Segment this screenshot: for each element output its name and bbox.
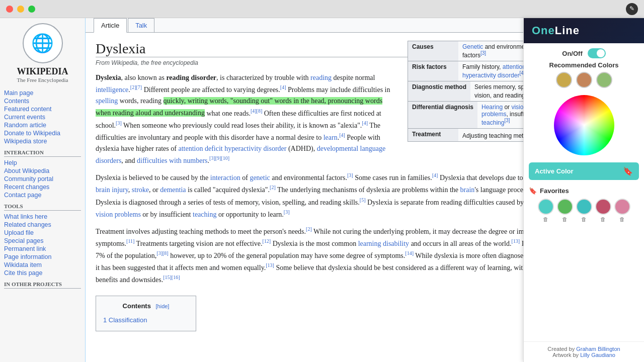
fav-delete-1[interactable]: 🗑 (543, 216, 548, 222)
ref-15-16[interactable]: [15][16] (163, 275, 180, 280)
interaction-heading: Interaction (4, 149, 81, 157)
tab-talk[interactable]: Talk (128, 18, 154, 32)
sidebar-item-about[interactable]: About Wikipedia (4, 167, 81, 175)
fav-item-4: 🗑 (595, 199, 611, 222)
ref-4a[interactable]: [4] (280, 84, 286, 90)
ref-5a[interactable]: [5] (360, 197, 366, 203)
ref-3-9-10[interactable]: [3][9][10] (209, 155, 229, 161)
sidebar-item-help[interactable]: Help (4, 159, 81, 167)
dyscalculia-link[interactable]: difficulties with numbers (137, 157, 208, 164)
genetic-link[interactable]: genetic (250, 174, 270, 182)
sidebar-item-donate[interactable]: Donate to Wikipedia (4, 129, 81, 137)
stroke-link[interactable]: stroke (132, 186, 149, 194)
intelligence-link[interactable]: intelligence (96, 86, 128, 94)
ref-2a[interactable]: [2] (270, 185, 276, 190)
fav-delete-5[interactable]: 🗑 (619, 216, 625, 222)
contents-classification[interactable]: Classification (109, 316, 147, 324)
teaching-link[interactable]: teaching (481, 119, 504, 126)
ref-3b[interactable]: [3] (347, 172, 353, 178)
sidebar-item-contact[interactable]: Contact page (4, 191, 81, 199)
maximize-button[interactable] (28, 6, 35, 13)
active-color-bar[interactable]: Active Color 🔖 (529, 162, 639, 180)
learn-link[interactable]: learn (324, 134, 338, 141)
fav-color-4[interactable] (595, 199, 611, 215)
contents-hide[interactable]: [hide] (156, 303, 170, 309)
sidebar-interaction-section: Interaction Help About Wikipedia Communi… (4, 149, 81, 199)
sidebar-item-community[interactable]: Community portal (4, 175, 81, 183)
dementia-link[interactable]: dementia (160, 186, 186, 194)
brain-link[interactable]: brain (460, 186, 475, 194)
sidebar-item-permanent[interactable]: Permanent link (4, 245, 81, 253)
sidebar-nav-section: Main page Contents Featured content Curr… (4, 89, 81, 145)
bookmark-icon[interactable]: 🔖 (623, 166, 633, 176)
sidebar-item-cite[interactable]: Cite this page (4, 269, 81, 277)
fav-delete-2[interactable]: 🗑 (562, 216, 568, 222)
learning-disability-link[interactable]: learning disability (358, 239, 409, 247)
artwork-name-link[interactable]: Lilly Gaudiano (580, 352, 615, 358)
teaching-link2[interactable]: teaching (193, 210, 216, 218)
ref-12[interactable]: [12] (263, 238, 271, 244)
ref-11[interactable]: [11] (126, 238, 134, 244)
swatch-3[interactable] (596, 72, 612, 88)
ref-4b[interactable]: [4] (362, 120, 368, 126)
fav-delete-4[interactable]: 🗑 (600, 216, 606, 222)
ref-3c[interactable]: [3] (284, 209, 290, 215)
article-para-2: Dyslexia is believed to be caused by the… (96, 171, 558, 220)
sidebar-item-featured[interactable]: Featured content (4, 105, 81, 113)
ref-4-8[interactable]: [4][8] (251, 108, 262, 114)
sidebar-item-current-events[interactable]: Current events (4, 113, 81, 121)
differential-ref[interactable]: [3] (504, 118, 510, 123)
sidebar-item-special[interactable]: Special pages (4, 237, 81, 245)
color-swatches (524, 72, 644, 88)
ref-3-8[interactable]: [3][8] (156, 250, 168, 256)
fav-item-5: 🗑 (614, 199, 630, 222)
creator-name-link[interactable]: Graham Billington (576, 346, 620, 352)
fav-delete-3[interactable]: 🗑 (581, 216, 587, 222)
minimize-button[interactable] (17, 6, 24, 13)
color-wheel[interactable] (554, 95, 614, 155)
sidebar-item-page-info[interactable]: Page information (4, 253, 81, 261)
toggle-label: On/Off (562, 50, 582, 57)
sidebar-item-related[interactable]: Related changes (4, 221, 81, 229)
wiki-subtitle: The Free Encyclopedia (4, 77, 81, 83)
interaction-link[interactable]: interaction (210, 174, 240, 182)
fav-color-1[interactable] (538, 199, 554, 215)
oneline-panel: OneLine On/Off Recommended Colors Active… (523, 18, 644, 362)
sidebar-item-main-page[interactable]: Main page (4, 89, 81, 97)
causes-genetic-link[interactable]: Genetic (462, 43, 483, 50)
sidebar-item-wikidata[interactable]: Wikidata item (4, 261, 81, 269)
ref-13a[interactable]: [13] (511, 238, 520, 244)
ref-14[interactable]: [14] (405, 250, 414, 256)
ref-4c[interactable]: [4] (339, 132, 345, 138)
tab-article[interactable]: Article (94, 18, 127, 33)
reading-link[interactable]: reading (310, 74, 332, 81)
swatch-1[interactable] (556, 72, 572, 88)
fav-item-3: 🗑 (576, 199, 592, 222)
spelling-link[interactable]: spelling (96, 97, 118, 105)
sidebar-item-store[interactable]: Wikipedia store (4, 137, 81, 145)
close-button[interactable] (6, 6, 13, 13)
toggle-switch[interactable] (588, 48, 606, 58)
ref-3a[interactable]: [3] (116, 120, 122, 126)
causes-ref[interactable]: [3] (480, 50, 486, 56)
favorites-label: Favorites (540, 187, 569, 195)
sidebar-item-contents[interactable]: Contents (4, 97, 81, 105)
sidebar-item-recent[interactable]: Recent changes (4, 183, 81, 191)
swatch-2[interactable] (576, 72, 592, 88)
ref-4d[interactable]: [4] (432, 172, 438, 178)
favorites-title: 🔖 Favorites (529, 187, 639, 195)
ref-2b[interactable]: [2] (306, 226, 312, 232)
sidebar-item-random[interactable]: Random article (4, 121, 81, 129)
ref-13b[interactable]: [13] (266, 262, 274, 268)
fav-color-2[interactable] (557, 199, 573, 215)
contents-item-1[interactable]: 1 Classification (103, 315, 189, 326)
vision-link[interactable]: vision problems (96, 210, 141, 218)
fav-color-5[interactable] (614, 199, 630, 215)
fav-color-3[interactable] (576, 199, 592, 215)
ref-2-7[interactable]: [2][7] (130, 84, 142, 90)
active-color-label: Active Color (535, 167, 574, 175)
hearing-link[interactable]: Hearing (481, 104, 503, 111)
sidebar-item-upload[interactable]: Upload file (4, 229, 81, 237)
sidebar-item-what-links[interactable]: What links here (4, 213, 81, 221)
adhd-link[interactable]: attention deficit hyperactivity disorder (178, 145, 286, 152)
